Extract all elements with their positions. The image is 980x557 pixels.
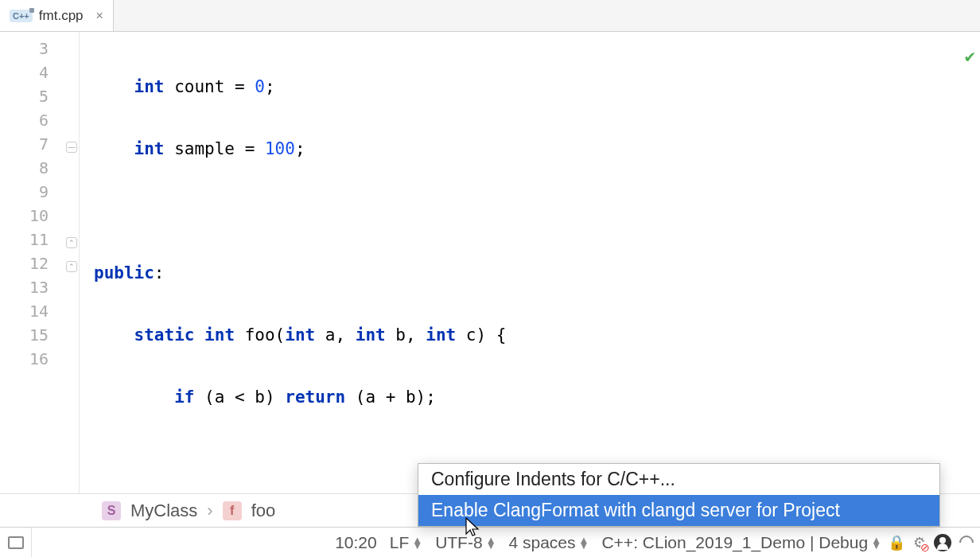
run-config-selector[interactable]: C++: CLion_2019_1_Demo | Debug▲▼: [595, 533, 888, 552]
breadcrumb-class[interactable]: MyClass: [130, 501, 197, 521]
line-number[interactable]: 13: [0, 275, 79, 299]
line-number[interactable]: 5: [0, 84, 79, 108]
function-icon: f: [223, 501, 242, 520]
line-number[interactable]: 16: [0, 347, 79, 371]
fold-marker-icon[interactable]: ⌃: [66, 237, 77, 248]
line-number[interactable]: 10: [0, 204, 79, 228]
code-editor[interactable]: int count = 0; int sample = 100; public:…: [80, 32, 980, 525]
indent-selector[interactable]: 4 spaces▲▼: [503, 533, 596, 552]
success-check-icon: ✔: [965, 46, 975, 66]
tab-filename: fmt.cpp: [39, 8, 84, 24]
encoding-selector[interactable]: UTF-8▲▼: [429, 533, 502, 552]
user-icon[interactable]: [934, 534, 951, 551]
tool-window-icon[interactable]: [0, 528, 32, 557]
line-number[interactable]: 8: [0, 156, 79, 180]
menu-configure-indents[interactable]: Configure Indents for C/C++...: [418, 464, 939, 495]
status-bar: 10:20 LF▲▼ UTF-8▲▼ 4 spaces▲▼ C++: CLion…: [0, 527, 980, 557]
fold-marker-icon[interactable]: —: [66, 142, 77, 153]
line-number[interactable]: 14: [0, 299, 79, 323]
settings-icon[interactable]: ⚙: [913, 534, 926, 551]
cpp-file-icon: C++: [10, 10, 33, 22]
gutter: 3 4 5 6 7 8 9 10 11 12 13 14 15 16 — ⌃ ⌃: [0, 32, 80, 525]
class-icon: S: [102, 501, 121, 520]
context-menu: Configure Indents for C/C++... Enable Cl…: [418, 463, 940, 527]
cursor-position[interactable]: 10:20: [329, 533, 383, 552]
file-tab[interactable]: C++ fmt.cpp ×: [0, 0, 114, 31]
fold-marker-icon[interactable]: ⌃: [66, 261, 77, 272]
line-number[interactable]: 6: [0, 108, 79, 132]
progress-icon[interactable]: [959, 536, 974, 550]
breadcrumb-separator-icon: ›: [207, 501, 212, 521]
menu-enable-clangformat[interactable]: Enable ClangFormat with clangd server fo…: [418, 495, 939, 526]
lock-icon[interactable]: 🔒: [888, 534, 905, 551]
line-number[interactable]: 15: [0, 323, 79, 347]
editor-area: 3 4 5 6 7 8 9 10 11 12 13 14 15 16 — ⌃ ⌃…: [0, 32, 980, 525]
line-ending-selector[interactable]: LF▲▼: [383, 533, 429, 552]
line-number[interactable]: 4: [0, 60, 79, 84]
breadcrumb-function[interactable]: foo: [251, 501, 276, 521]
line-number[interactable]: 3: [0, 37, 79, 60]
line-number[interactable]: 9: [0, 180, 79, 204]
close-icon[interactable]: ×: [96, 9, 103, 23]
tab-bar: C++ fmt.cpp ×: [0, 0, 980, 32]
